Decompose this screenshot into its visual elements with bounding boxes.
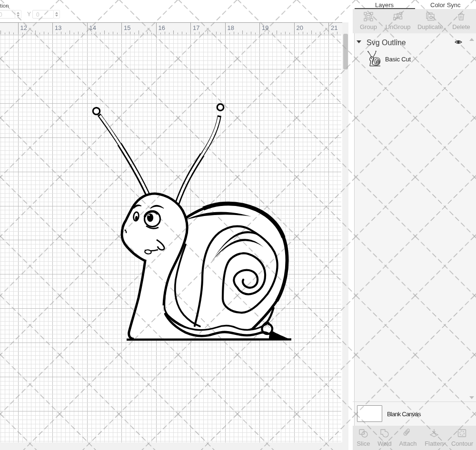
svg-text:14: 14 — [89, 24, 96, 31]
svg-text:19: 19 — [262, 24, 268, 31]
svg-text:13: 13 — [55, 24, 61, 31]
svg-text:16: 16 — [159, 24, 165, 31]
svg-text:18: 18 — [228, 24, 234, 31]
svg-text:20: 20 — [297, 24, 303, 31]
svg-text:21: 21 — [331, 24, 337, 31]
svg-text:15: 15 — [124, 24, 130, 31]
svg-text:12: 12 — [20, 24, 27, 31]
svg-text:17: 17 — [193, 24, 199, 31]
